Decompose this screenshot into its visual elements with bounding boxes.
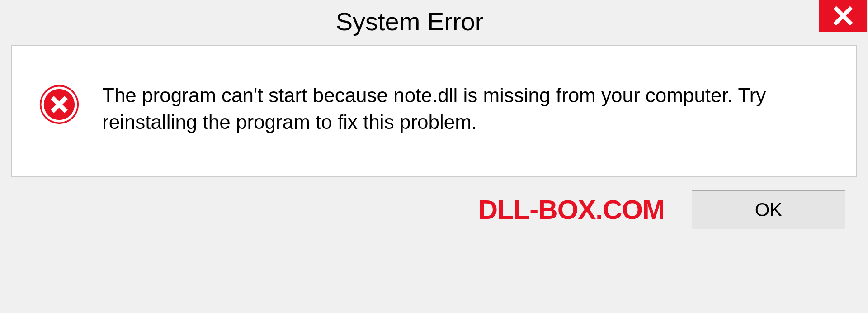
ok-button[interactable]: OK — [692, 190, 845, 229]
dialog-footer: DLL-BOX.COM OK — [0, 177, 868, 229]
error-icon — [39, 84, 80, 125]
close-button[interactable] — [819, 0, 867, 32]
error-message: The program can't start because note.dll… — [102, 82, 829, 136]
dialog-content: The program can't start because note.dll… — [11, 45, 857, 177]
titlebar: System Error — [0, 0, 868, 43]
window-title: System Error — [0, 0, 819, 36]
watermark-text: DLL-BOX.COM — [478, 194, 665, 225]
close-icon — [833, 5, 854, 26]
